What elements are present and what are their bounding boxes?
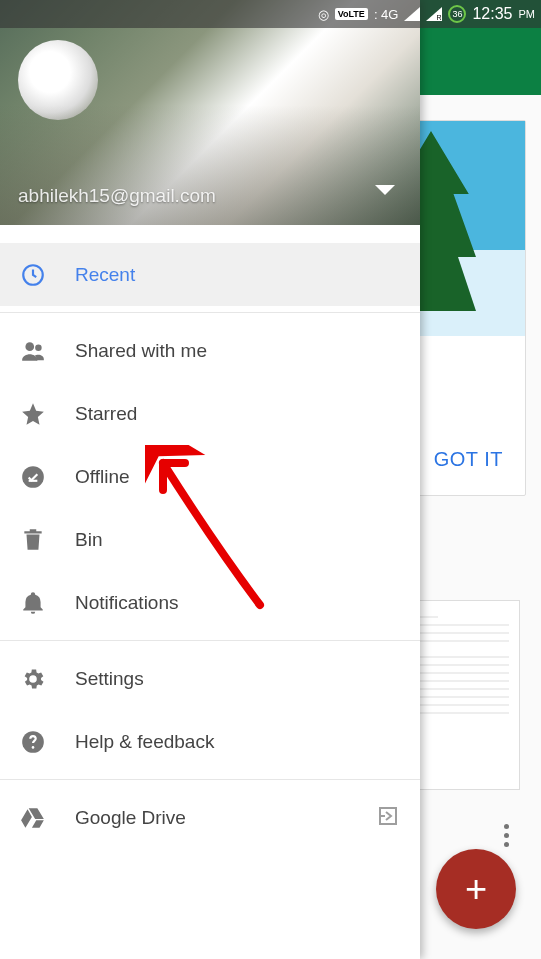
- drawer-item-label: Starred: [75, 403, 137, 425]
- drawer-item-label: Notifications: [75, 592, 179, 614]
- people-icon: [20, 338, 75, 364]
- drawer-item-label: Settings: [75, 668, 144, 690]
- account-email: abhilekh15@gmail.com: [18, 185, 216, 207]
- drawer-item-offline[interactable]: Offline: [0, 445, 420, 508]
- signal-icon: [404, 7, 420, 21]
- drawer-item-bin[interactable]: Bin: [0, 508, 420, 571]
- hotspot-icon: ◎: [318, 7, 329, 22]
- drawer-item-label: Help & feedback: [75, 731, 214, 753]
- star-icon: [20, 401, 75, 427]
- divider: [0, 640, 420, 641]
- drawer-header[interactable]: abhilekh15@gmail.com: [0, 0, 420, 225]
- drawer-item-drive[interactable]: Google Drive: [0, 786, 420, 849]
- divider: [0, 312, 420, 313]
- check-circle-icon: [20, 464, 75, 490]
- trash-icon: [20, 527, 75, 553]
- network-label: : 4G: [374, 7, 399, 22]
- drive-icon: [20, 805, 75, 831]
- volte-icon: VoLTE: [335, 8, 368, 20]
- drawer-item-help[interactable]: Help & feedback: [0, 710, 420, 773]
- svg-point-2: [25, 342, 34, 351]
- drawer-item-notifications[interactable]: Notifications: [0, 571, 420, 634]
- divider: [0, 779, 420, 780]
- drawer-item-label: Bin: [75, 529, 102, 551]
- signal-icon: R: [426, 7, 442, 21]
- got-it-label: GOT IT: [434, 448, 503, 470]
- drawer-item-settings[interactable]: Settings: [0, 647, 420, 710]
- svg-point-6: [32, 746, 35, 749]
- drawer-item-label: Google Drive: [75, 807, 186, 829]
- drawer-item-label: Shared with me: [75, 340, 207, 362]
- navigation-drawer: abhilekh15@gmail.com Recent Shared with …: [0, 0, 420, 959]
- drawer-item-shared[interactable]: Shared with me: [0, 319, 420, 382]
- kebab-menu[interactable]: [491, 820, 521, 850]
- battery-icon: 36: [448, 5, 466, 23]
- status-ampm: PM: [519, 8, 536, 20]
- drawer-item-label: Offline: [75, 466, 130, 488]
- drawer-item-label: Recent: [75, 264, 135, 286]
- status-bar: ◎ VoLTE : 4G R 36 12:35 PM: [0, 0, 541, 28]
- help-icon: [20, 729, 75, 755]
- clock-icon: [20, 262, 75, 288]
- drawer-item-recent[interactable]: Recent: [0, 243, 420, 306]
- status-time: 12:35: [472, 5, 512, 23]
- open-external-icon: [376, 804, 400, 832]
- plus-icon: +: [465, 868, 487, 911]
- gear-icon: [20, 666, 75, 692]
- network-type: 4G: [381, 7, 398, 22]
- fab-create[interactable]: +: [436, 849, 516, 929]
- bell-icon: [20, 590, 75, 616]
- svg-point-4: [22, 466, 44, 488]
- drawer-item-starred[interactable]: Starred: [0, 382, 420, 445]
- svg-point-3: [35, 344, 41, 351]
- account-dropdown-icon[interactable]: [375, 185, 395, 195]
